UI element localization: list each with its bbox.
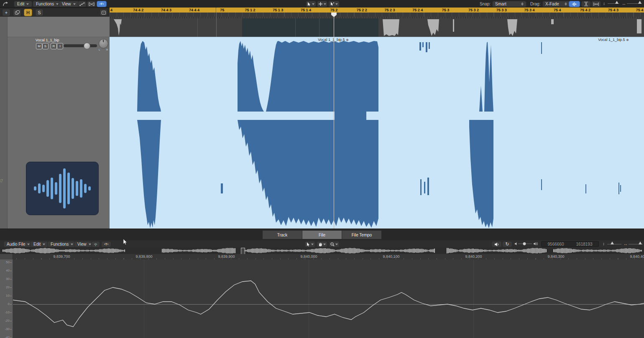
audio-track-waveform-view[interactable]: Vocal 1_1_bip.5 ⊕ Vocal 1_1_bip.5 ⊕: [110, 37, 644, 229]
volume-slider[interactable]: [64, 44, 97, 47]
amplitude-tick: [10, 287, 12, 288]
region-name-label[interactable]: Vocal 1_1_bip.5 ⊕: [318, 38, 348, 42]
snap-zero-crossing-button[interactable]: ›T‹: [101, 241, 111, 247]
mouse-cursor: [123, 239, 128, 246]
secondary-tool-button[interactable]: [328, 1, 340, 7]
fade-tool-icon[interactable]: [78, 1, 87, 7]
menu-edit[interactable]: Edit: [14, 1, 32, 7]
thumbnail-bar: [76, 181, 78, 196]
pan-left-mark: L: [99, 48, 100, 51]
amplitude-label: 10: [1, 294, 10, 298]
channel-button-m[interactable]: M: [36, 43, 42, 49]
audio-editor-window: EditFunctionsView ›T‹ Snap: Smart Drag: …: [0, 0, 644, 338]
sample-position-ruler[interactable]: 9,839,7009,839,8009,839,9009,840,0009,84…: [0, 254, 644, 260]
editor-horizontal-zoom-slider[interactable]: [629, 244, 643, 244]
bar-beat-ruler[interactable]: 474 4 274 4 374 4 47575 1 275 1 375 1 47…: [110, 8, 644, 13]
file-editor-toolbar: Audio FileEditFunctionsView ‹|› ›T‹ ↻ 95…: [0, 240, 644, 248]
vertical-zoom-slider[interactable]: [608, 3, 619, 4]
chevron-down-icon: [43, 244, 45, 245]
editor-tab-bar: TrackFileFile Tempo: [0, 229, 644, 241]
amplitude-tick: [10, 262, 12, 263]
position-display[interactable]: 9566660: [541, 241, 570, 247]
ruler-tick: 75 1 3: [273, 8, 283, 12]
sample-editor-pane[interactable]: 50403020100-10-20-30-40: [0, 259, 644, 338]
snap-select[interactable]: Smart: [492, 1, 526, 7]
ruler-tick: 75 1 2: [245, 8, 255, 12]
sidebar-top-strip: [0, 17, 110, 37]
channel-button-s[interactable]: S: [42, 43, 49, 49]
zoom-tool-button[interactable]: [329, 241, 340, 247]
expand-selection-button[interactable]: ‹|›: [91, 241, 100, 247]
channel-button-i[interactable]: I: [57, 43, 63, 49]
amplitude-tick: [10, 329, 12, 330]
vertical-fit-button[interactable]: [581, 1, 591, 7]
catch-playhead-icon[interactable]: [3, 1, 8, 6]
ruler-corner: [0, 254, 13, 259]
duplicate-track-button[interactable]: [13, 9, 21, 16]
sample-tick: 9,839,900: [218, 254, 235, 259]
horizontal-zoom-icon: ↔: [624, 241, 628, 246]
hide-button[interactable]: H: [24, 9, 32, 16]
prelisten-volume-slider[interactable]: [514, 241, 539, 246]
editor-vertical-zoom-slider[interactable]: [607, 244, 621, 244]
region-name-label[interactable]: Vocal 1_1_bip.5 ⊕: [598, 38, 629, 42]
crosshair-tool-button[interactable]: [317, 1, 327, 7]
waveform-zoom-button[interactable]: [569, 1, 580, 7]
track-name[interactable]: Vocal 1_1_bip: [36, 38, 59, 42]
pan-knob[interactable]: [99, 39, 108, 48]
ruler-tick: 75 2 2: [357, 8, 367, 12]
amplitude-tick: [10, 279, 12, 280]
amplitude-scale: 50403020100-10-20-30-40: [0, 259, 13, 338]
menu-label: Edit: [33, 241, 41, 247]
sample-tick: 9,840,200: [465, 254, 482, 259]
amplitude-label: -10: [1, 310, 10, 315]
ruler-tick: 4: [110, 8, 112, 12]
chevron-down-icon: [27, 244, 30, 245]
file-overview-strip[interactable]: [0, 247, 644, 254]
menu-edit[interactable]: Edit: [30, 241, 49, 247]
menu-audio-file[interactable]: Audio File: [3, 241, 33, 247]
menu-functions[interactable]: Functions: [47, 241, 77, 247]
channel-button-r[interactable]: R: [51, 43, 57, 49]
cycle-button[interactable]: ↻: [502, 241, 512, 247]
tab-file-tempo[interactable]: File Tempo: [342, 231, 381, 239]
overview-strip-waveform: [0, 247, 644, 254]
length-display[interactable]: 1618193: [570, 241, 599, 247]
playhead-line[interactable]: [334, 17, 334, 229]
strip-playhead-marker[interactable]: [241, 248, 245, 254]
amplitude-label: 40: [1, 269, 10, 273]
thumbnail-bar: [38, 183, 41, 193]
menu-label: View: [62, 1, 71, 7]
drag-select[interactable]: X-Fade: [542, 1, 570, 7]
pointer-tool-button[interactable]: [306, 1, 316, 7]
add-track-button[interactable]: +: [2, 9, 10, 16]
region-badge-icon: ⊕: [346, 38, 349, 42]
solo-button[interactable]: S: [35, 9, 43, 16]
horizontal-zoom-slider[interactable]: [627, 3, 642, 4]
amplitude-label: 0: [1, 302, 10, 306]
prelisten-button[interactable]: [491, 241, 502, 247]
pan-knob-notch: [103, 40, 104, 42]
editor-pointer-tool-button[interactable]: [304, 241, 315, 247]
horizontal-fit-button[interactable]: [591, 1, 601, 7]
crossfade-icon[interactable]: [87, 1, 96, 7]
display-mode-button[interactable]: [100, 9, 107, 16]
menu-view[interactable]: View: [59, 1, 79, 7]
tab-track[interactable]: Track: [263, 231, 302, 239]
chevron-down-icon: [89, 244, 91, 245]
hand-tool-button[interactable]: [317, 241, 327, 247]
ruler-tick: 74 4 2: [133, 8, 143, 12]
menu-functions[interactable]: Functions: [33, 1, 62, 7]
audio-file-thumbnail: [26, 162, 99, 215]
chevron-down-icon: [71, 244, 73, 245]
thumbnail-bar: [63, 168, 66, 208]
amplitude-label: -20: [1, 319, 10, 323]
sample-tick: 9,840,100: [383, 254, 399, 259]
track-overview-lane[interactable]: [110, 18, 644, 37]
snap-edits-button[interactable]: ›T‹: [97, 1, 107, 7]
region-badge-icon: ⊕: [626, 38, 629, 42]
chevron-down-icon: [73, 3, 76, 5]
tab-file[interactable]: File: [302, 231, 342, 239]
thumbnail-bar: [72, 178, 74, 199]
volume-knob[interactable]: [84, 43, 90, 49]
